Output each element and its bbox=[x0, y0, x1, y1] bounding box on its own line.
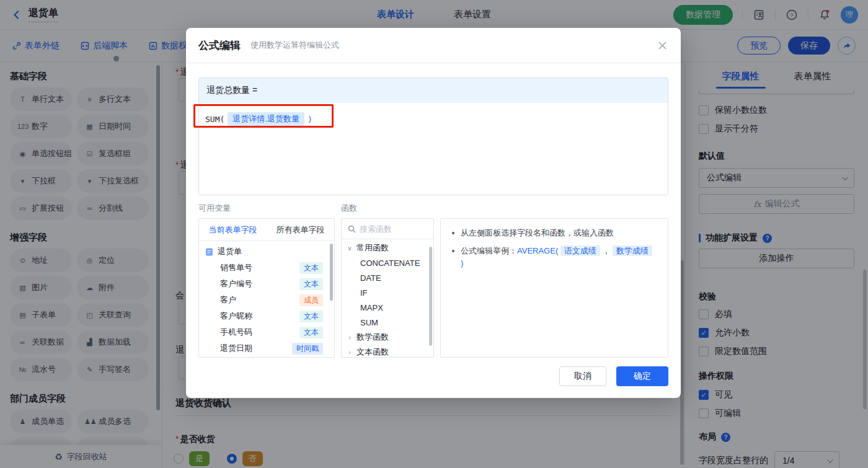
example-close-paren: ) bbox=[461, 258, 463, 268]
formula-field-pill[interactable]: 退货详情.退货数量 bbox=[228, 112, 304, 126]
function-item[interactable]: CONCATENATE bbox=[347, 255, 428, 270]
chevron-expanded-icon: ∨ bbox=[347, 245, 353, 252]
panel-labels-row: 可用变量 函数 bbox=[198, 203, 668, 214]
function-group-label: 文本函数 bbox=[356, 347, 389, 358]
formula-target-row: 退货总数量 = bbox=[199, 78, 668, 103]
field-type-badge: 文本 bbox=[299, 327, 323, 338]
function-group-math[interactable]: › 数学函数 bbox=[347, 330, 428, 345]
variable-field-name: 客户昵称 bbox=[220, 311, 252, 322]
function-search-input[interactable] bbox=[360, 224, 415, 234]
app-root: 退货单 表单设计 表单设置 数据管理 ? 理 表单外链 bbox=[0, 0, 868, 468]
help-tip-2: 公式编辑举例：AVERAGE( 语文成绩 ， 数学成绩 ) bbox=[452, 245, 657, 270]
function-item[interactable]: IF bbox=[347, 285, 428, 300]
function-group-text[interactable]: › 文本函数 bbox=[347, 345, 428, 358]
search-icon bbox=[348, 225, 356, 233]
variables-panel: 当前表单字段 所有表单字段 退货单 销售单号 bbox=[198, 218, 335, 358]
function-group-label: 数学函数 bbox=[356, 332, 389, 343]
formula-editor[interactable]: 退货总数量 = SUM( 退货详情.退货数量 ) bbox=[198, 77, 668, 195]
variable-field-row[interactable]: 退货详情 子表单 bbox=[205, 356, 328, 358]
variable-field-row[interactable]: 退货日期 时间戳 bbox=[205, 340, 328, 356]
help-tip-example: 公式编辑举例：AVERAGE( 语文成绩 ， 数学成绩 ) bbox=[461, 245, 657, 270]
variable-field-name: 客户编号 bbox=[220, 278, 252, 289]
variable-field-row[interactable]: 手机号码 文本 bbox=[205, 324, 328, 340]
variable-field-name: 手机号码 bbox=[220, 327, 252, 338]
field-type-badge: 文本 bbox=[299, 311, 323, 322]
formula-close-paren: ) bbox=[308, 115, 312, 124]
example-comma: ， bbox=[602, 246, 610, 255]
tab-all-form-fields[interactable]: 所有表单字段 bbox=[267, 219, 334, 241]
function-search-box[interactable] bbox=[342, 219, 433, 239]
variables-rows: 销售单号 文本 客户编号 文本 客户 bbox=[205, 260, 328, 358]
help-panel: 从左侧面板选择字段名和函数，或输入函数 公式编辑举例：AVERAGE( 语文成绩… bbox=[440, 218, 668, 358]
cancel-button[interactable]: 取消 bbox=[559, 366, 606, 386]
variable-field-row[interactable]: 客户编号 文本 bbox=[205, 276, 328, 292]
function-items: CONCATENATE DATE IF MAPX SUM bbox=[347, 255, 428, 330]
modal-header: 公式编辑 使用数学运算符编辑公式 bbox=[186, 28, 681, 63]
modal-title: 公式编辑 bbox=[198, 38, 241, 53]
example-field-pill: 语文成绩 bbox=[560, 245, 600, 256]
tree-root-label: 退货单 bbox=[218, 246, 242, 257]
functions-panel: ∨ 常用函数 CONCATENATE DATE IF bbox=[341, 218, 434, 358]
modal-footer: 取消 确定 bbox=[559, 366, 668, 386]
tab-current-form-fields[interactable]: 当前表单字段 bbox=[199, 219, 267, 241]
bullet-dot bbox=[452, 232, 454, 234]
variable-field-name: 客户 bbox=[220, 294, 236, 306]
chevron-collapsed-icon: › bbox=[347, 334, 353, 341]
field-type-badge: 文本 bbox=[299, 278, 323, 290]
function-group-common[interactable]: ∨ 常用函数 bbox=[347, 241, 428, 255]
functions-scrollbar[interactable] bbox=[429, 247, 432, 346]
functions-panel-label: 函数 bbox=[341, 203, 357, 214]
field-type-badge: 文本 bbox=[299, 262, 323, 274]
variable-field-name: 销售单号 bbox=[220, 262, 252, 273]
formula-function-text: SUM( bbox=[205, 115, 224, 124]
confirm-button[interactable]: 确定 bbox=[616, 366, 668, 386]
tree-root-form[interactable]: 退货单 bbox=[205, 244, 328, 260]
formula-expression[interactable]: SUM( 退货详情.退货数量 ) bbox=[199, 103, 668, 135]
functions-tree: ∨ 常用函数 CONCATENATE DATE IF bbox=[342, 239, 433, 358]
form-document-icon bbox=[205, 248, 213, 256]
chevron-collapsed-icon: › bbox=[347, 349, 353, 356]
variables-tabs: 当前表单字段 所有表单字段 bbox=[199, 219, 334, 241]
variable-field-name: 退货日期 bbox=[220, 343, 252, 354]
example-prefix: 公式编辑举例： bbox=[461, 246, 517, 255]
variable-field-row[interactable]: 客户 成员 bbox=[205, 292, 328, 308]
example-field-pill: 数学成绩 bbox=[613, 245, 652, 256]
variables-tree: 退货单 销售单号 文本 客户编号 bbox=[199, 241, 334, 358]
modal-body: 退货总数量 = SUM( 退货详情.退货数量 ) 可用变量 函数 当前表单字段 … bbox=[186, 63, 681, 358]
modal-subtitle: 使用数学运算符编辑公式 bbox=[250, 40, 339, 51]
help-tip-text: 从左侧面板选择字段名和函数，或输入函数 bbox=[461, 227, 614, 239]
close-icon bbox=[658, 41, 667, 50]
panel-columns: 当前表单字段 所有表单字段 退货单 销售单号 bbox=[198, 218, 668, 358]
function-item[interactable]: MAPX bbox=[347, 300, 428, 315]
example-function: AVERAGE( bbox=[517, 246, 558, 255]
function-group-label: 常用函数 bbox=[356, 242, 389, 254]
function-item[interactable]: DATE bbox=[347, 270, 428, 285]
variables-scrollbar[interactable] bbox=[330, 244, 333, 301]
bullet-dot bbox=[452, 250, 454, 252]
variable-field-row[interactable]: 销售单号 文本 bbox=[205, 260, 328, 276]
help-tip-1: 从左侧面板选择字段名和函数，或输入函数 bbox=[452, 227, 657, 239]
function-item[interactable]: SUM bbox=[347, 315, 428, 330]
field-type-badge: 成员 bbox=[299, 294, 323, 306]
close-button[interactable] bbox=[656, 39, 668, 51]
formula-editor-modal: 公式编辑 使用数学运算符编辑公式 退货总数量 = SUM( 退货详情.退货数量 … bbox=[186, 28, 681, 398]
field-type-badge: 时间戳 bbox=[292, 343, 323, 355]
variables-panel-label: 可用变量 bbox=[198, 203, 341, 214]
variable-field-row[interactable]: 客户昵称 文本 bbox=[205, 308, 328, 324]
